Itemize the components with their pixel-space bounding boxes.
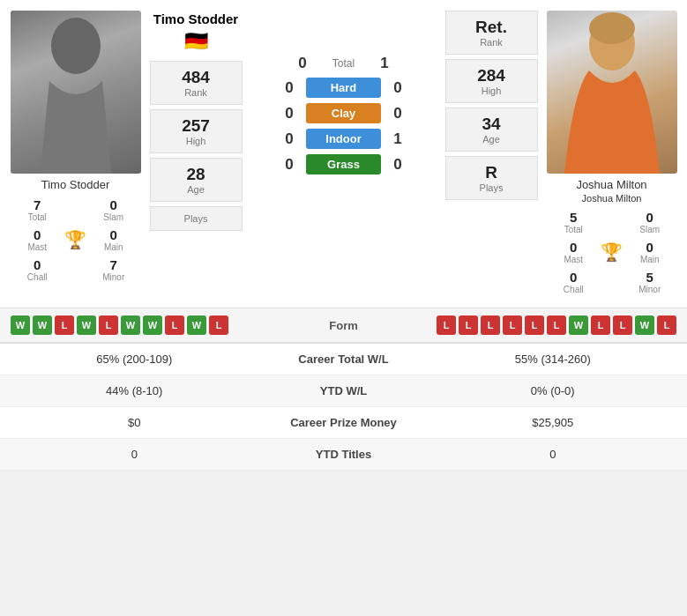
- right-form-l9: L: [657, 315, 676, 335]
- form-label: Form: [287, 319, 401, 332]
- stats-table: 65% (200-109) Career Total W/L 55% (314-…: [0, 343, 687, 471]
- right-high-box: 284 High: [445, 59, 538, 103]
- right-form-w2: W: [635, 315, 654, 335]
- left-chall-cell: 0 Chall: [11, 255, 65, 285]
- right-player-flag-header: Joshua Milton: [582, 193, 642, 204]
- prize-money-right: $25,905: [432, 416, 675, 429]
- center-scores: 0 Total 1 0 Hard 0 0 Clay 0 0 Indoor 1: [248, 11, 439, 297]
- left-player-name: Timo Stodder: [41, 178, 110, 191]
- career-total-left: 65% (200-109): [13, 353, 256, 366]
- ytd-titles-left: 0: [13, 448, 256, 461]
- left-main-cell: 0 Main: [86, 225, 141, 255]
- ytd-wl-right: 0% (0-0): [432, 384, 675, 397]
- right-form-l8: L: [613, 315, 632, 335]
- ytd-wl-left: 44% (8-10): [13, 384, 256, 397]
- ytd-titles-right: 0: [432, 448, 675, 461]
- ytd-titles-row: 0 YTD Titles 0: [0, 439, 687, 471]
- right-player-stats: 5 Total 0 Slam 0 Mast 🏆 0 Main: [547, 207, 677, 297]
- left-form-w1: W: [11, 315, 30, 335]
- right-minor-cell: 5 Minor: [623, 267, 677, 297]
- career-total-right: 55% (314-260): [432, 353, 675, 366]
- right-age-box: 34 Age: [445, 108, 538, 152]
- left-rank-box: 484 Rank: [150, 61, 243, 105]
- right-plays-box: R Plays: [445, 156, 538, 200]
- right-main-cell: 0 Main: [623, 237, 677, 267]
- left-form-w4: W: [121, 315, 140, 335]
- ytd-wl-row: 44% (8-10) YTD W/L 0% (0-0): [0, 375, 687, 407]
- left-player-photo: [11, 11, 141, 174]
- left-form-w3: W: [77, 315, 96, 335]
- left-header-name: Timo Stodder: [153, 11, 238, 28]
- svg-point-0: [51, 18, 101, 74]
- left-form-badges: W W L W L W W L W L: [11, 315, 287, 335]
- prize-money-label: Career Prize Money: [256, 416, 432, 429]
- prize-money-row: $0 Career Prize Money $25,905: [0, 407, 687, 439]
- right-total-cell: 5 Total: [547, 207, 601, 237]
- right-form-w1: W: [569, 315, 588, 335]
- ytd-wl-label: YTD W/L: [256, 384, 432, 397]
- left-form-l1: L: [55, 315, 74, 335]
- right-slam-cell: 0 Slam: [623, 207, 677, 237]
- total-score-row: 0 Total 1: [248, 55, 439, 72]
- right-form-l1: L: [437, 315, 456, 335]
- left-trophy-icon: 🏆: [64, 225, 86, 255]
- indoor-surface-button: Indoor: [306, 129, 381, 149]
- right-chall-cell: 0 Chall: [547, 267, 601, 297]
- right-mast-cell: 0 Mast: [547, 237, 601, 267]
- grass-score-row: 0 Grass 0: [248, 154, 439, 174]
- left-slam-cell: 0 Slam: [86, 195, 141, 225]
- left-minor-cell: 7 Minor: [86, 255, 141, 285]
- indoor-score-row: 0 Indoor 1: [248, 129, 439, 149]
- right-form-l2: L: [459, 315, 478, 335]
- hard-score-row: 0 Hard 0: [248, 78, 439, 98]
- clay-score-row: 0 Clay 0: [248, 103, 439, 123]
- right-player-card: Joshua Milton Joshua Milton 5 Total 0 Sl…: [543, 11, 680, 297]
- left-flag: 🇩🇪: [184, 30, 208, 53]
- left-plays-box: Plays: [150, 206, 243, 231]
- svg-point-2: [589, 12, 635, 44]
- right-name-label2: Joshua Milton: [582, 193, 642, 204]
- career-total-label: Career Total W/L: [256, 353, 432, 366]
- form-section: W W L W L W W L W L Form L L L L L L W L…: [0, 308, 687, 343]
- right-player-photo: [547, 11, 677, 174]
- left-form-l4: L: [209, 315, 228, 335]
- right-form-l6: L: [547, 315, 566, 335]
- left-age-box: 28 Age: [150, 158, 243, 202]
- left-form-w6: W: [187, 315, 206, 335]
- left-player-stats: 7 Total 0 Slam 0 Mast 🏆 0 Main: [11, 195, 141, 285]
- left-form-w5: W: [143, 315, 162, 335]
- hard-surface-button: Hard: [306, 78, 381, 98]
- left-form-l2: L: [99, 315, 118, 335]
- prize-money-left: $0: [13, 416, 256, 429]
- left-total-cell: 7 Total: [11, 195, 65, 225]
- right-form-l7: L: [591, 315, 610, 335]
- right-player-name: Joshua Milton: [576, 178, 646, 191]
- grass-surface-button: Grass: [306, 154, 381, 174]
- left-player-silhouette: [32, 11, 120, 174]
- right-form-badges: L L L L L L W L L W L: [401, 315, 677, 335]
- ytd-titles-label: YTD Titles: [256, 448, 432, 461]
- left-mid-stats: Timo Stodder 🇩🇪 484 Rank 257 High 28 Age…: [147, 11, 244, 297]
- right-form-l5: L: [525, 315, 544, 335]
- left-mast-cell: 0 Mast: [11, 225, 65, 255]
- right-trophy-icon: 🏆: [601, 237, 623, 267]
- career-total-row: 65% (200-109) Career Total W/L 55% (314-…: [0, 344, 687, 375]
- right-player-silhouette: [547, 11, 677, 174]
- left-player-card: Timo Stodder 7 Total 0 Slam 0 Mast 🏆: [7, 11, 144, 297]
- clay-surface-button: Clay: [306, 103, 381, 123]
- right-form-l4: L: [503, 315, 522, 335]
- left-form-l3: L: [165, 315, 184, 335]
- left-high-box: 257 High: [150, 109, 243, 153]
- right-ret-box: Ret. Rank: [445, 11, 538, 55]
- left-form-w2: W: [33, 315, 52, 335]
- right-form-l3: L: [481, 315, 500, 335]
- right-mid-stats: Ret. Rank 284 High 34 Age R Plays: [443, 11, 540, 297]
